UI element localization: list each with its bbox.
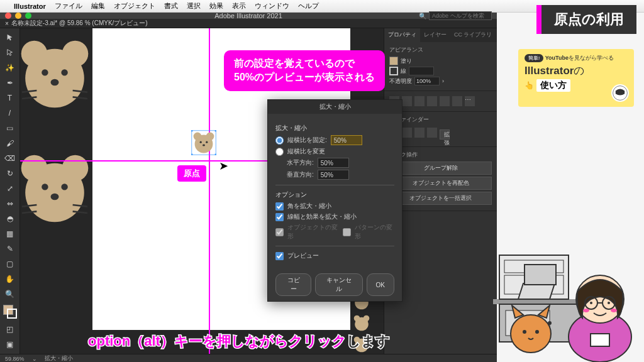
- chevron-down-icon[interactable]: ⌄: [32, 356, 37, 362]
- chevron-right-icon[interactable]: ›: [442, 78, 444, 84]
- stroke-color[interactable]: [7, 309, 17, 319]
- magic-wand-tool[interactable]: ✨: [1, 61, 19, 75]
- svg-point-28: [355, 317, 369, 331]
- menu-window[interactable]: ウィンドウ: [255, 1, 289, 11]
- uniform-scale-input[interactable]: [331, 135, 362, 145]
- width-tool[interactable]: ⇔: [1, 197, 19, 211]
- pen-tool[interactable]: ✒: [1, 76, 19, 90]
- scale-strokes-checkbox[interactable]: [275, 213, 284, 221]
- eyedropper-tool[interactable]: ✎: [1, 242, 19, 256]
- minimize-window-button[interactable]: [15, 13, 21, 19]
- tab-cc-libraries[interactable]: CC ライブラリ: [450, 28, 496, 42]
- svg-point-9: [42, 184, 48, 190]
- instruction-caption: option（alt）キーを押しながらクリックします: [88, 332, 390, 351]
- tab-properties[interactable]: プロパティ: [384, 28, 420, 42]
- svg-point-10: [61, 184, 67, 190]
- rectangle-tool[interactable]: ▭: [1, 121, 19, 135]
- scale-tool[interactable]: ⤢: [1, 182, 19, 195]
- screen-mode[interactable]: ▣: [1, 337, 19, 351]
- svg-point-11: [51, 194, 59, 200]
- uniform-scale-radio[interactable]: [275, 136, 284, 145]
- line-tool[interactable]: /: [1, 106, 19, 120]
- svg-rect-22: [215, 154, 216, 155]
- rotate-tool[interactable]: ↻: [1, 167, 19, 180]
- menu-select[interactable]: 選択: [187, 1, 201, 11]
- more-options-icon[interactable]: ⋯: [465, 96, 475, 106]
- stroke-weight-input[interactable]: [409, 67, 434, 75]
- horizontal-scale-input[interactable]: [318, 158, 349, 168]
- tab-close-icon[interactable]: ×: [5, 20, 9, 27]
- recolor-button[interactable]: オブジェクトを再配色: [389, 177, 492, 190]
- artboard-tool[interactable]: ▢: [1, 257, 19, 271]
- pathfinder-intersect-icon[interactable]: [414, 128, 425, 138]
- menu-help[interactable]: ヘルプ: [298, 1, 319, 11]
- stroke-swatch-icon[interactable]: [389, 67, 398, 75]
- uniform-scale-label: 縦横比を固定:: [287, 136, 327, 145]
- tab-layers[interactable]: レイヤー: [420, 28, 450, 42]
- svg-point-45: [535, 330, 539, 334]
- svg-rect-42: [525, 265, 556, 285]
- nonuniform-scale-radio[interactable]: [275, 148, 284, 156]
- app-menu[interactable]: Illustrator: [14, 3, 46, 10]
- menu-object[interactable]: オブジェクト: [114, 1, 155, 11]
- fill-swatch-icon[interactable]: [389, 57, 398, 65]
- zoom-level[interactable]: 59.86%: [5, 356, 25, 362]
- opacity-input[interactable]: [414, 77, 440, 85]
- artwork-bear-selected[interactable]: [191, 130, 216, 155]
- preview-label: プレビュー: [287, 251, 319, 260]
- artwork-bear-large-1: [20, 33, 96, 115]
- tutorial-card: 簡単! YouTubeを見ながら学べる Illustratorの 👆 使い方: [518, 49, 634, 107]
- align-vcenter-icon[interactable]: [440, 96, 450, 106]
- usage-label: 使い方: [536, 79, 570, 92]
- zoom-tool[interactable]: 🔍: [1, 287, 19, 301]
- youtube-rest: を見ながら学べる: [569, 55, 614, 61]
- draw-mode[interactable]: ◰: [1, 322, 19, 336]
- fill-stroke-swatch[interactable]: [3, 305, 17, 319]
- menu-edit[interactable]: 編集: [91, 1, 105, 11]
- align-top-icon[interactable]: [427, 96, 437, 106]
- select-all-button[interactable]: オブジェクトを一括選択: [389, 192, 492, 205]
- menu-file[interactable]: ファイル: [55, 1, 82, 11]
- vertical-scale-input[interactable]: [318, 170, 349, 180]
- svg-point-55: [611, 309, 617, 312]
- document-tab[interactable]: × 名称未設定-3.ai* @ 59.86 % (CMYK/プレビュー): [5, 19, 148, 28]
- origin-label: 原点: [177, 165, 206, 182]
- selection-tool[interactable]: [1, 31, 19, 45]
- search-icon: 🔍: [419, 13, 426, 19]
- menu-type[interactable]: 書式: [164, 1, 178, 11]
- youtube-label: YouTube: [545, 55, 569, 61]
- help-search-input[interactable]: [429, 11, 492, 20]
- dialog-title: 拡大・縮小: [268, 100, 402, 114]
- paintbrush-tool[interactable]: 🖌: [1, 136, 19, 150]
- shape-builder-tool[interactable]: ◓: [1, 212, 19, 226]
- type-tool[interactable]: T: [1, 91, 19, 105]
- eraser-tool[interactable]: ⌫: [1, 151, 19, 165]
- pathfinder-exclude-icon[interactable]: [427, 128, 437, 138]
- svg-rect-20: [215, 130, 216, 131]
- menu-view[interactable]: 表示: [232, 1, 246, 11]
- window-controls: [5, 13, 31, 19]
- close-window-button[interactable]: [5, 13, 11, 19]
- align-right-icon[interactable]: [414, 96, 425, 106]
- scale-section-label: 拡大・縮小: [275, 124, 394, 133]
- direct-selection-tool[interactable]: [1, 46, 19, 60]
- hand-tool[interactable]: ✋: [1, 272, 19, 286]
- copy-button[interactable]: コピー: [275, 273, 311, 296]
- svg-point-44: [523, 330, 526, 334]
- gradient-tool[interactable]: ▦: [1, 227, 19, 241]
- scale-corners-label: 角を拡大・縮小: [287, 202, 331, 211]
- pathfinder-minus-icon[interactable]: [402, 128, 412, 138]
- align-hcenter-icon[interactable]: [402, 96, 412, 106]
- expand-button[interactable]: 拡張: [440, 129, 450, 140]
- align-bottom-icon[interactable]: [452, 96, 462, 106]
- nonuniform-scale-label: 縦横比を変更: [287, 147, 325, 156]
- scale-corners-checkbox[interactable]: [275, 202, 284, 211]
- ungroup-button[interactable]: グループ解除: [389, 162, 492, 175]
- menu-effect[interactable]: 効果: [209, 1, 223, 11]
- tools-panel: ✨ ✒ T / ▭ 🖌 ⌫ ↻ ⤢ ⇔ ◓ ▦ ✎ ▢ ✋ 🔍 ◰ ▣: [0, 28, 20, 354]
- cancel-button[interactable]: キャンセル: [315, 273, 362, 296]
- zoom-window-button[interactable]: [25, 13, 31, 19]
- topic-banner: 原点の利用: [536, 5, 636, 34]
- preview-checkbox[interactable]: [275, 252, 284, 260]
- ok-button[interactable]: OK: [367, 273, 394, 296]
